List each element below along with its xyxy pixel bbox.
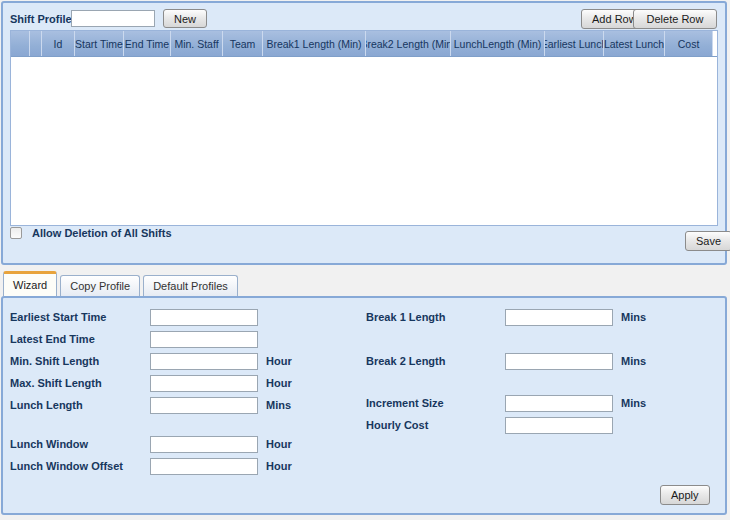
min-shift-length-label: Min. Shift Length (10, 355, 99, 367)
grid-column-header-break1-length-min[interactable]: Break1 Length (Min) (263, 31, 366, 56)
allow-deletion-checkbox[interactable] (10, 227, 22, 239)
grid-column-header-min-staff[interactable]: Min. Staff (171, 31, 223, 56)
delete-row-button[interactable]: Delete Row (633, 9, 717, 29)
tab-default-profiles[interactable]: Default Profiles (143, 275, 238, 296)
grid-column-header[interactable] (30, 31, 42, 56)
break-2-length-unit-label: Mins (621, 355, 646, 367)
earliest-start-time-input[interactable] (150, 309, 258, 326)
lunch-window-offset-input[interactable] (150, 458, 258, 475)
shifts-grid-body (11, 58, 717, 225)
break-2-length-input[interactable] (505, 353, 613, 370)
grid-column-header-team[interactable]: Team (223, 31, 263, 56)
tab-wizard[interactable]: Wizard (3, 271, 57, 296)
grid-column-header-earliest-lunch[interactable]: Earliest Lunch (545, 31, 604, 56)
grid-column-header-id[interactable]: Id (42, 31, 75, 56)
new-button[interactable]: New (163, 9, 207, 28)
lunch-length-unit-label: Mins (266, 399, 291, 411)
profile-tabbar: WizardCopy ProfileDefault Profiles (3, 270, 241, 296)
break-1-length-label: Break 1 Length (366, 311, 445, 323)
break-1-length-input[interactable] (505, 309, 613, 326)
shift-profile-label: Shift Profile (10, 13, 72, 25)
lunch-window-offset-label: Lunch Window Offset (10, 460, 123, 472)
latest-end-time-input[interactable] (150, 331, 258, 348)
grid-column-header-latest-lunch[interactable]: Latest Lunch (604, 31, 665, 56)
tab-copy-profile[interactable]: Copy Profile (60, 275, 140, 296)
min-shift-length-input[interactable] (150, 353, 258, 370)
shift-profile-input[interactable] (71, 10, 155, 27)
increment-size-unit-label: Mins (621, 397, 646, 409)
shifts-grid-header: IdStart TimeEnd TimeMin. StaffTeamBreak1… (11, 31, 717, 57)
lunch-window-offset-unit-label: Hour (266, 460, 292, 472)
increment-size-label: Increment Size (366, 397, 444, 409)
earliest-start-time-label: Earliest Start Time (10, 311, 106, 323)
lunch-window-input[interactable] (150, 436, 258, 453)
grid-header-filler (713, 31, 717, 56)
grid-column-header-cost[interactable]: Cost (665, 31, 713, 56)
shifts-grid: IdStart TimeEnd TimeMin. StaffTeamBreak1… (10, 30, 718, 226)
latest-end-time-label: Latest End Time (10, 333, 95, 345)
lunch-window-label: Lunch Window (10, 438, 88, 450)
grid-column-header-lunchlength-min[interactable]: LunchLength (Min) (451, 31, 545, 56)
min-shift-length-unit-label: Hour (266, 355, 292, 367)
apply-button[interactable]: Apply (660, 485, 710, 505)
wizard-panel: Apply Earliest Start TimeLatest End Time… (1, 296, 727, 515)
grid-column-header-start-time[interactable]: Start Time (75, 31, 124, 56)
max-shift-length-input[interactable] (150, 375, 258, 392)
break-1-length-unit-label: Mins (621, 311, 646, 323)
hourly-cost-input[interactable] (505, 417, 613, 434)
allow-deletion-label: Allow Deletion of All Shifts (32, 227, 172, 239)
hourly-cost-label: Hourly Cost (366, 419, 428, 431)
lunch-window-unit-label: Hour (266, 438, 292, 450)
increment-size-input[interactable] (505, 395, 613, 412)
lunch-length-label: Lunch Length (10, 399, 83, 411)
grid-column-header-end-time[interactable]: End Time (124, 31, 171, 56)
grid-column-header[interactable] (11, 31, 30, 56)
grid-column-header-break2-length-min[interactable]: Break2 Length (Min) (366, 31, 451, 56)
save-button[interactable]: Save (685, 231, 730, 251)
lunch-length-input[interactable] (150, 397, 258, 414)
max-shift-length-unit-label: Hour (266, 377, 292, 389)
shift-profile-panel: Shift Profile New Add Row Delete Row IdS… (1, 1, 727, 265)
break-2-length-label: Break 2 Length (366, 355, 445, 367)
max-shift-length-label: Max. Shift Length (10, 377, 102, 389)
